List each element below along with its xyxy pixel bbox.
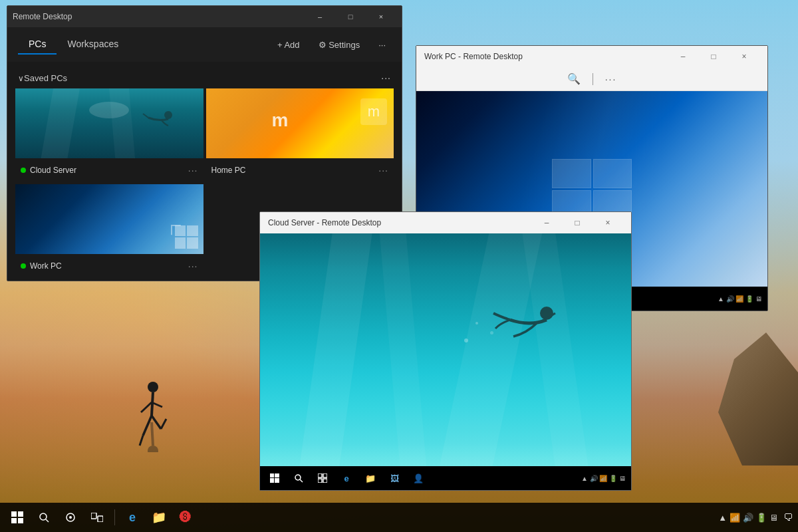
cloud-server-close-button[interactable]: × — [593, 212, 623, 233]
work-pc-more-button[interactable]: ··· — [600, 71, 622, 87]
work-pc-tray: ▲ 🔊 📶 🔋 🖥 — [718, 295, 762, 303]
svg-rect-34 — [323, 479, 327, 483]
cloud-server-maximize-button[interactable]: □ — [562, 212, 593, 233]
cloud-server-thumb-bg — [15, 88, 203, 158]
svg-line-40 — [46, 519, 49, 522]
cloud-server-name: Cloud Server — [30, 166, 76, 175]
rd-app-header: PCs Workspaces + Add ⚙ Settings ··· — [7, 27, 402, 62]
tab-workspaces[interactable]: Workspaces — [57, 35, 129, 55]
taskbar-taskview-button[interactable] — [85, 505, 109, 529]
svg-rect-33 — [318, 479, 322, 483]
chevron-down-icon — [18, 73, 24, 83]
rd-maximize-button[interactable]: □ — [335, 6, 366, 27]
cloud-server-remote-window: Cloud Server - Remote Desktop – □ × — [259, 211, 632, 491]
bubble-1 — [464, 338, 468, 342]
work-pc-minimize-button[interactable]: – — [668, 46, 698, 67]
work-pc-maximize-button[interactable]: □ — [698, 46, 729, 67]
home-pc-label-bar: Home PC — [206, 158, 394, 182]
taskbar-folder-icon[interactable]: 📁 — [147, 505, 171, 529]
tray-monitor-icon[interactable]: 🖥 — [769, 513, 778, 523]
svg-rect-28 — [275, 478, 279, 483]
svg-point-8 — [148, 446, 158, 452]
rd-minimize-button[interactable]: – — [305, 6, 335, 27]
svg-rect-36 — [18, 511, 23, 517]
svg-point-29 — [295, 475, 301, 480]
pc-card-cloud-server[interactable]: Cloud Server — [15, 88, 203, 182]
home-pc-more-icon[interactable] — [378, 165, 388, 176]
home-pc-thumb-bg: m — [206, 88, 394, 158]
cloud-search-taskbar[interactable] — [289, 469, 308, 487]
settings-button[interactable]: ⚙ Settings — [313, 37, 366, 53]
tab-pcs[interactable]: PCs — [18, 35, 57, 55]
more-button[interactable]: ··· — [373, 37, 391, 53]
saved-pcs-more-icon[interactable] — [381, 72, 391, 83]
svg-line-4 — [140, 436, 143, 446]
cloud-server-more-icon[interactable] — [188, 165, 198, 176]
cloud-win-logo-taskbar[interactable] — [265, 469, 284, 487]
tray-volume-icon[interactable]: 🔊 — [743, 513, 753, 523]
work-pc-label-bar: Work PC — [15, 254, 203, 277]
system-taskbar: e 📁 🅢 ▲ 📶 🔊 🔋 🖥 🗨 — [0, 503, 798, 532]
svg-line-6 — [141, 402, 152, 412]
work-pc-titlebar: Work PC - Remote Desktop – □ × — [416, 46, 767, 67]
work-pc-zoom-button[interactable]: 🔍 — [562, 70, 586, 88]
cloud-light-ray-4 — [522, 233, 588, 466]
cloud-swimmer — [490, 303, 557, 340]
taskbar-cortana-button[interactable] — [59, 505, 82, 529]
taskbar-notification-icon[interactable]: 🗨 — [783, 512, 793, 523]
add-button[interactable]: + Add — [272, 37, 305, 53]
svg-rect-14 — [187, 237, 198, 249]
cloud-user-taskbar[interactable]: 👤 — [409, 469, 428, 487]
work-pc-thumb-bg — [15, 184, 203, 254]
work-pc-close-button[interactable]: × — [729, 46, 759, 67]
swimmer-small — [142, 110, 175, 126]
notification-area: 🗨 — [783, 512, 793, 523]
cloud-server-status-dot — [21, 168, 26, 173]
rd-close-button[interactable]: × — [366, 6, 396, 27]
tray-network-icon[interactable]: 📶 — [730, 513, 740, 523]
cloud-tray-icons: ▲ 🔊 📶 🔋 🖥 — [581, 475, 626, 482]
svg-line-1 — [152, 392, 153, 416]
home-pc-app-icon: m — [360, 98, 387, 125]
cloud-server-thumbnail — [15, 88, 203, 158]
svg-rect-25 — [270, 473, 274, 477]
work-tray-icons: ▲ 🔊 📶 🔋 🖥 — [718, 295, 762, 303]
rd-titlebar: Remote Desktop – □ × — [7, 6, 402, 27]
work-pc-more-icon[interactable] — [188, 261, 198, 271]
windows-start-button[interactable] — [5, 505, 29, 529]
edge-letter: e — [129, 511, 136, 525]
work-pc-window-controls: – □ × — [668, 46, 759, 67]
work-pc-name: Work PC — [30, 261, 62, 271]
tray-arrow-icon[interactable]: ▲ — [718, 513, 727, 523]
taskbar-edge-icon[interactable]: e — [120, 505, 144, 529]
svg-line-9 — [152, 422, 153, 446]
svg-rect-11 — [175, 225, 186, 236]
cloud-server-minimize-button[interactable]: – — [531, 212, 562, 233]
cloud-photos-taskbar[interactable]: 🖼 — [385, 469, 404, 487]
cloud-folder-taskbar[interactable]: 📁 — [361, 469, 380, 487]
taskbar-right: ▲ 📶 🔊 🔋 🖥 🗨 — [713, 512, 793, 523]
pc-card-home-pc[interactable]: m Home PC — [206, 88, 394, 182]
rd-tabs: PCs Workspaces — [18, 35, 129, 55]
light-ray-1 — [41, 88, 80, 158]
home-pc-thumbnail: m — [206, 88, 394, 158]
cloud-edge-taskbar[interactable]: e — [337, 469, 356, 487]
cloud-server-label-bar: Cloud Server — [15, 158, 203, 182]
taskbar-appstore-icon[interactable]: 🅢 — [174, 505, 198, 529]
cloud-tray: ▲ 🔊 📶 🔋 🖥 — [581, 475, 626, 482]
work-pc-win-logo-small — [175, 225, 198, 249]
pc-card-work-pc[interactable]: Work PC — [15, 184, 203, 277]
zoom-icon: 🔍 — [567, 72, 581, 85]
cloud-server-titlebar: Cloud Server - Remote Desktop – □ × — [260, 212, 631, 233]
svg-point-39 — [40, 513, 47, 520]
cloud-grid-taskbar[interactable] — [313, 469, 332, 487]
svg-rect-32 — [323, 473, 327, 477]
desktop: Remote Desktop – □ × PCs Workspaces + Ad… — [0, 0, 798, 532]
cloud-server-window-controls: – □ × — [531, 212, 623, 233]
svg-rect-12 — [187, 225, 198, 236]
taskbar-search-button[interactable] — [32, 505, 56, 529]
rd-toolbar: + Add ⚙ Settings ··· — [272, 37, 391, 53]
rd-window-title: Remote Desktop — [13, 12, 305, 21]
svg-rect-44 — [98, 516, 103, 522]
tray-battery-icon[interactable]: 🔋 — [756, 513, 767, 523]
